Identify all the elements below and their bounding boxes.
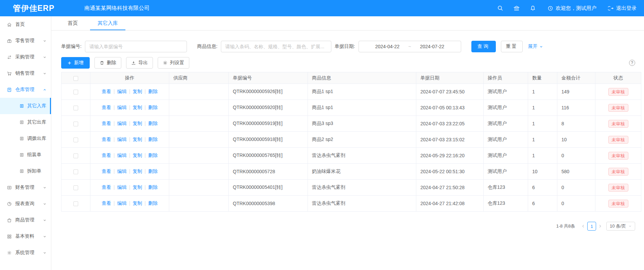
edit-link[interactable]: 编辑 <box>117 152 127 158</box>
cell-date: 2024-07-03 23:22:05 <box>416 116 484 132</box>
edit-link[interactable]: 编辑 <box>117 200 127 206</box>
chevron-down-icon <box>43 72 47 75</box>
delete-link[interactable]: 删除 <box>148 89 158 94</box>
sidebar-item-home[interactable]: 首页 <box>0 16 51 33</box>
row-checkbox[interactable] <box>73 169 78 174</box>
cell-operator: 测试用户 <box>484 148 528 164</box>
delete-link[interactable]: 删除 <box>148 168 158 174</box>
delete-link[interactable]: 删除 <box>148 184 158 190</box>
row-checkbox[interactable] <box>73 138 78 142</box>
edit-link[interactable]: 编辑 <box>117 168 127 174</box>
status-badge: 未审核 <box>608 88 628 96</box>
search-button[interactable]: 查询 <box>471 41 496 52</box>
copy-link[interactable]: 复制 <box>133 184 142 190</box>
select-all-checkbox[interactable] <box>73 76 78 81</box>
cell-qty: 1 <box>528 116 557 132</box>
copy-link[interactable]: 复制 <box>133 89 142 94</box>
product-info-input[interactable] <box>221 41 331 52</box>
welcome-text: 欢迎您，测试用户 <box>556 5 596 12</box>
column-settings-button[interactable]: 列设置 <box>158 57 189 69</box>
bill-date-label: 单据日期: <box>335 43 355 50</box>
view-link[interactable]: 查看 <box>102 152 111 158</box>
row-checkbox[interactable] <box>73 201 78 206</box>
sidebar-item-assembly-order[interactable]: 组装单 <box>0 147 51 163</box>
prev-page-icon[interactable] <box>581 224 585 228</box>
copy-link[interactable]: 复制 <box>133 137 142 142</box>
search-icon[interactable] <box>497 5 503 11</box>
sidebar-item-finance-management[interactable]: 财务管理 <box>0 179 51 196</box>
edit-link[interactable]: 编辑 <box>117 89 127 94</box>
delete-link[interactable]: 删除 <box>148 152 158 158</box>
bell-icon[interactable] <box>530 5 536 11</box>
sidebar-item-report-query[interactable]: 报表查询 <box>0 196 51 212</box>
sidebar-item-sales-management[interactable]: 销售管理 <box>0 65 51 82</box>
logout-button[interactable]: 退出登录 <box>608 5 637 12</box>
copy-link[interactable]: 复制 <box>133 105 142 110</box>
tab-other-inbound[interactable]: 其它入库 <box>90 16 125 30</box>
export-button[interactable]: 导出 <box>126 57 153 69</box>
sidebar-item-purchase-management[interactable]: 采购管理 <box>0 49 51 65</box>
cell-supplier <box>169 148 229 164</box>
add-button[interactable]: 新增 <box>61 57 90 69</box>
edit-link[interactable]: 编辑 <box>117 137 127 142</box>
edit-link[interactable]: 编辑 <box>117 105 127 110</box>
copy-link[interactable]: 复制 <box>133 152 142 158</box>
page-size-select[interactable]: 10 条/页 <box>606 222 635 231</box>
bill-no-input[interactable] <box>85 41 187 52</box>
sidebar-item-label: 组装单 <box>27 152 41 158</box>
view-link[interactable]: 查看 <box>102 105 111 110</box>
date-end-value[interactable]: 2024-07-22 <box>420 44 445 49</box>
edit-link[interactable]: 编辑 <box>117 121 127 126</box>
sidebar: 首页 零售管理 采购管理 销售管理 仓库管理 其它入库 <box>0 16 51 270</box>
row-checkbox[interactable] <box>73 90 78 94</box>
cell-qty: 6 <box>528 180 557 196</box>
help-icon[interactable]: ? <box>629 60 635 66</box>
table-row: 查看|编辑|复制|删除 QTRK00000005920[转] 商品1 sp1 2… <box>62 100 641 116</box>
date-start-value[interactable]: 2024-04-22 <box>375 44 400 49</box>
page-number-button[interactable]: 1 <box>587 222 596 231</box>
sidebar-item-other-outbound[interactable]: 其它出库 <box>0 114 51 130</box>
bank-icon[interactable] <box>514 5 520 11</box>
main-content: 首页 其它入库 单据编号: 商品信息: 单据日期: 2024-04-22 ~ 2… <box>51 16 644 270</box>
welcome-user[interactable]: 欢迎您，测试用户 <box>547 5 596 12</box>
cell-operator: 仓库123 <box>484 180 528 196</box>
sidebar-item-basic-data[interactable]: 基本资料 <box>0 228 51 245</box>
table-row: 查看|编辑|复制|删除 QTRK00000005926[转] 商品1 sp1 2… <box>62 84 641 100</box>
cell-operator: 测试用户 <box>484 100 528 116</box>
view-link[interactable]: 查看 <box>102 168 111 174</box>
copy-link[interactable]: 复制 <box>133 200 142 206</box>
copy-link[interactable]: 复制 <box>133 168 142 174</box>
delete-link[interactable]: 删除 <box>148 137 158 142</box>
delete-button[interactable]: 删除 <box>94 57 121 69</box>
copy-link[interactable]: 复制 <box>133 121 142 126</box>
reset-button[interactable]: 重置 <box>501 41 523 52</box>
sidebar-item-label: 商品管理 <box>15 217 34 223</box>
edit-link[interactable]: 编辑 <box>117 184 127 190</box>
row-checkbox[interactable] <box>73 185 78 190</box>
row-checkbox[interactable] <box>73 122 78 126</box>
sidebar-item-product-management[interactable]: 商品管理 <box>0 212 51 228</box>
view-link[interactable]: 查看 <box>102 184 111 190</box>
view-link[interactable]: 查看 <box>102 89 111 94</box>
view-link[interactable]: 查看 <box>102 200 111 206</box>
sidebar-item-warehouse-management[interactable]: 仓库管理 <box>0 82 51 98</box>
row-checkbox[interactable] <box>73 154 78 158</box>
row-checkbox[interactable] <box>73 106 78 110</box>
view-link[interactable]: 查看 <box>102 121 111 126</box>
delete-link[interactable]: 删除 <box>148 105 158 110</box>
cell-qty: 1 <box>528 100 557 116</box>
delete-link[interactable]: 删除 <box>148 200 158 206</box>
view-link[interactable]: 查看 <box>102 137 111 142</box>
expand-link[interactable]: 展开 <box>528 43 543 50</box>
sidebar-item-other-inbound[interactable]: 其它入库 <box>0 98 51 114</box>
sidebar-item-retail-management[interactable]: 零售管理 <box>0 33 51 49</box>
next-page-icon[interactable] <box>598 224 602 228</box>
cell-amount: 580 <box>557 164 595 180</box>
chevron-down-icon <box>43 186 47 190</box>
sidebar-item-system-management[interactable]: 系统管理 <box>0 245 51 261</box>
date-range-picker[interactable]: 2024-04-22 ~ 2024-07-22 <box>359 41 461 52</box>
sidebar-item-transfer-outbound[interactable]: 调拨出库 <box>0 130 51 147</box>
delete-link[interactable]: 删除 <box>148 121 158 126</box>
sidebar-item-disassembly-order[interactable]: 拆卸单 <box>0 163 51 179</box>
tab-home[interactable]: 首页 <box>60 16 85 30</box>
